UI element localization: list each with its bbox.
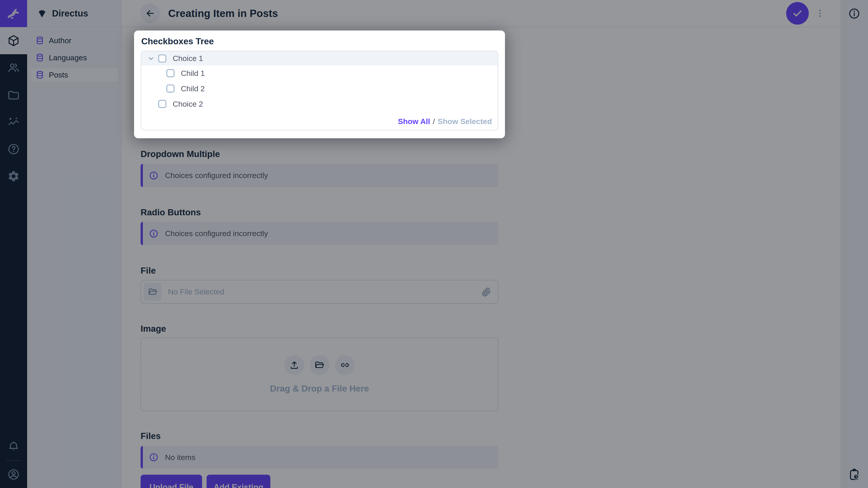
tree-item-label: Child 1 [181, 69, 205, 78]
checkbox[interactable] [158, 100, 166, 108]
tree-row-choice-2[interactable]: Choice 2 [141, 96, 498, 111]
chevron-down-icon[interactable] [147, 55, 155, 62]
tree-row-child-1[interactable]: Child 1 [141, 66, 498, 81]
tree-item-label: Child 2 [181, 84, 205, 93]
tree-row-choice-1[interactable]: Choice 1 [141, 51, 498, 66]
popup-field-label: Checkboxes Tree [141, 36, 498, 46]
footer-separator: / [433, 117, 435, 126]
checkbox[interactable] [158, 55, 166, 63]
tree-item-label: Choice 2 [173, 100, 203, 108]
tree-item-label: Choice 1 [173, 54, 203, 63]
tree-row-child-2[interactable]: Child 2 [141, 81, 498, 96]
show-all-link[interactable]: Show All [398, 117, 430, 126]
show-selected-link[interactable]: Show Selected [438, 117, 492, 126]
checkboxes-tree: Choice 1 Child 1 Child 2 Choice 2 Show A… [141, 51, 498, 130]
tree-footer: Show All / Show Selected [398, 117, 492, 126]
checkbox[interactable] [166, 69, 175, 77]
checkboxes-tree-popup: Checkboxes Tree Choice 1 Child 1 Child 2… [134, 31, 505, 138]
checkbox[interactable] [166, 85, 175, 93]
